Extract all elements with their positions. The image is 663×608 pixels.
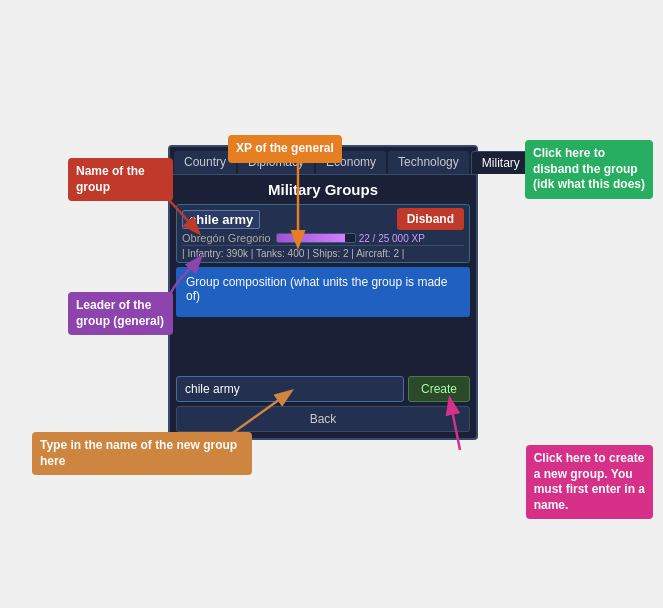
tab-military[interactable]: Military <box>471 151 531 174</box>
game-window: Country Diplomacy Economy Technology Mil… <box>168 145 478 440</box>
unit-info: | Infantry: 390k | Tanks: 400 | Ships: 2… <box>182 245 464 259</box>
tab-technology[interactable]: Technology <box>388 151 469 174</box>
group-name-label: chile army <box>182 210 260 229</box>
callout-leader: Leader of the group (general) <box>68 292 173 335</box>
xp-text: 22 / 25 000 XP <box>359 233 425 244</box>
xp-bar-bg <box>276 233 356 243</box>
group-header: chile army Disband <box>182 208 464 230</box>
callout-name-of-group: Name of the group <box>68 158 173 201</box>
general-name: Obregón Gregorio <box>182 232 271 244</box>
disband-button[interactable]: Disband <box>397 208 464 230</box>
callout-xp-general: XP of the general <box>228 135 342 163</box>
page-title: Military Groups <box>170 175 476 202</box>
back-button[interactable]: Back <box>176 406 470 432</box>
xp-bar-container: 22 / 25 000 XP <box>276 233 425 244</box>
group-item: chile army Disband Obregón Gregorio 22 /… <box>176 204 470 263</box>
tab-country[interactable]: Country <box>174 151 236 174</box>
bottom-section: Create Back <box>170 370 476 438</box>
group-name-input[interactable] <box>176 376 404 402</box>
callout-create-note: Click here to create a new group. You mu… <box>526 445 653 519</box>
xp-bar-fill <box>277 234 346 242</box>
create-row: Create <box>176 376 470 402</box>
callout-input-note: Type in the name of the new group here <box>32 432 252 475</box>
composition-text: Group composition (what units the group … <box>186 275 460 303</box>
create-button[interactable]: Create <box>408 376 470 402</box>
general-info: Obregón Gregorio 22 / 25 000 XP <box>182 232 464 244</box>
composition-box: Group composition (what units the group … <box>176 267 470 317</box>
callout-disband: Click here to disband the group (idk wha… <box>525 140 653 199</box>
